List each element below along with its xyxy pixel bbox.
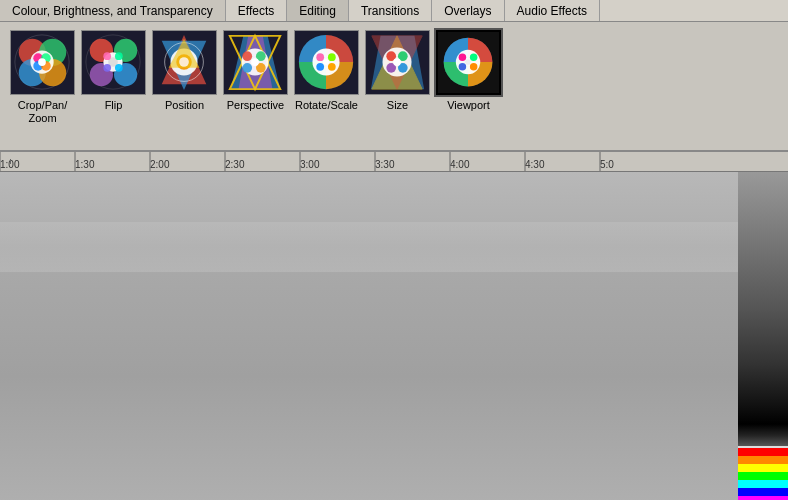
svg-point-67 — [459, 63, 467, 71]
svg-point-22 — [103, 64, 111, 72]
tab-overlays[interactable]: Overlays — [432, 0, 504, 21]
tab-editing[interactable]: Editing — [287, 0, 349, 21]
svg-point-69 — [465, 59, 471, 65]
effect-size[interactable]: Size — [365, 30, 430, 112]
svg-point-21 — [115, 52, 123, 60]
color-magenta — [738, 496, 788, 500]
timeline-content — [0, 172, 738, 500]
timeline-ruler: 1:00 1:30 2:00 2:30 3:00 3:30 4:00 4:30 … — [0, 152, 788, 172]
effect-label-size: Size — [387, 99, 408, 112]
effect-thumb-rotatescale — [294, 30, 359, 95]
effect-label-crop: Crop/Pan/Zoom — [18, 99, 68, 125]
effect-label-position: Position — [165, 99, 204, 112]
effect-thumb-position — [152, 30, 217, 95]
effect-thumb-flip — [81, 30, 146, 95]
color-strips — [738, 448, 788, 500]
svg-point-11 — [38, 58, 46, 66]
svg-point-39 — [242, 51, 252, 61]
svg-point-65 — [459, 54, 467, 62]
effect-rotatescale[interactable]: Rotate/Scale — [294, 30, 359, 112]
effect-viewport[interactable]: Viewport — [436, 30, 501, 112]
effect-thumb-viewport — [436, 30, 501, 95]
effects-panel: Crop/Pan/Zoom Flip — [0, 22, 788, 152]
svg-point-51 — [323, 59, 329, 65]
right-panel — [738, 172, 788, 500]
effect-thumb-perspective — [223, 30, 288, 95]
ruler-ticks-svg — [0, 152, 740, 172]
timeline-area — [0, 172, 788, 500]
svg-point-47 — [316, 53, 324, 61]
svg-point-23 — [115, 64, 123, 72]
gray-gradient-bar — [738, 172, 788, 446]
svg-point-66 — [470, 54, 478, 62]
tab-colour[interactable]: Colour, Brightness, and Transparency — [0, 0, 226, 21]
color-blue — [738, 488, 788, 496]
tab-audio[interactable]: Audio Effects — [505, 0, 601, 21]
svg-point-41 — [242, 63, 252, 73]
svg-point-32 — [179, 57, 189, 67]
tab-bar: Colour, Brightness, and Transparency Eff… — [0, 0, 788, 22]
svg-point-43 — [251, 58, 259, 66]
svg-point-50 — [328, 63, 336, 71]
svg-point-48 — [328, 53, 336, 61]
color-orange — [738, 456, 788, 464]
tab-effects[interactable]: Effects — [226, 0, 287, 21]
svg-point-61 — [393, 58, 401, 66]
effect-label-viewport: Viewport — [447, 99, 490, 112]
color-cyan — [738, 480, 788, 488]
effect-thumb-crop — [10, 30, 75, 95]
color-yellow — [738, 464, 788, 472]
color-green — [738, 472, 788, 480]
effect-flip[interactable]: Flip — [81, 30, 146, 112]
tab-transitions[interactable]: Transitions — [349, 0, 432, 21]
effect-label-perspective: Perspective — [227, 99, 284, 112]
effect-perspective[interactable]: Perspective — [223, 30, 288, 112]
effect-thumb-size — [365, 30, 430, 95]
svg-point-49 — [316, 63, 324, 71]
color-red — [738, 448, 788, 456]
effect-label-flip: Flip — [105, 99, 123, 112]
svg-point-68 — [470, 63, 478, 71]
svg-point-20 — [103, 52, 111, 60]
effect-crop[interactable]: Crop/Pan/Zoom — [10, 30, 75, 125]
effect-label-rotatescale: Rotate/Scale — [295, 99, 358, 112]
effect-position[interactable]: Position — [152, 30, 217, 112]
